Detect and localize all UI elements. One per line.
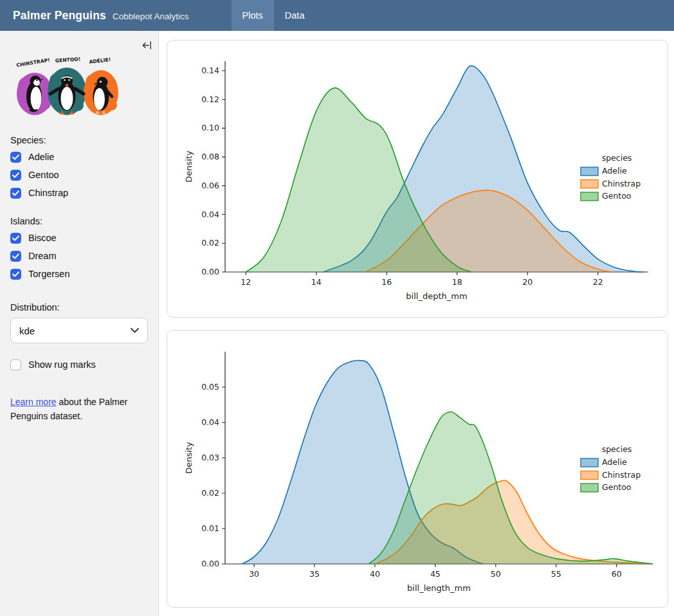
y-tick-label: 0.05 <box>201 382 219 392</box>
y-tick-label: 0.10 <box>201 123 219 132</box>
y-tick-label: 0.14 <box>201 66 219 75</box>
x-tick-label: 45 <box>430 569 441 579</box>
nav-tabs: Plots Data <box>232 0 316 31</box>
checkbox-icon[interactable] <box>10 188 21 199</box>
sidebar: CHINSTRAP! GENTOO! ADÉLIE! Species: Adel… <box>0 31 159 616</box>
legend-swatch-gentoo <box>581 192 598 201</box>
x-tick-label: 18 <box>452 277 462 287</box>
checkbox-island-dream[interactable]: Dream <box>10 247 148 265</box>
checkbox-icon[interactable] <box>10 233 21 244</box>
sidebar-collapse-icon[interactable] <box>141 40 152 51</box>
islands-section-label: Islands: <box>10 216 148 226</box>
tab-data[interactable]: Data <box>274 0 316 31</box>
checkbox-icon[interactable] <box>10 359 21 370</box>
x-axis-label: bill_depth_mm <box>406 291 467 301</box>
tab-data-label: Data <box>285 10 305 21</box>
checkbox-label: Torgersen <box>28 269 69 279</box>
x-tick-label: 35 <box>309 569 320 579</box>
footer-note: Learn more about the Palmer Penguins dat… <box>10 395 147 423</box>
legend-label-chinstrap: Chinstrap <box>602 179 641 188</box>
x-tick-label: 50 <box>491 569 501 579</box>
legend-swatch-chinstrap <box>581 471 598 479</box>
chart-svg: 1214161820220.000.020.040.060.080.100.12… <box>167 41 666 316</box>
x-tick-label: 60 <box>612 569 622 579</box>
y-tick-label: 0.00 <box>201 559 219 568</box>
x-tick-label: 12 <box>241 277 251 287</box>
tab-plots-label: Plots <box>242 10 263 21</box>
artwork-label-adelie: ADÉLIE! <box>89 56 111 65</box>
chart-svg: 303540455055600.000.010.020.030.040.05bi… <box>167 331 666 607</box>
tab-plots[interactable]: Plots <box>232 0 274 31</box>
y-axis-label: Density <box>184 150 194 183</box>
y-tick-label: 0.03 <box>201 453 219 462</box>
checkbox-label: Dream <box>28 251 57 261</box>
card-bill-depth: 1214161820220.000.020.040.060.080.100.12… <box>167 40 668 318</box>
chevron-down-icon <box>131 328 139 333</box>
x-tick-label: 14 <box>311 277 322 287</box>
main-content: 1214161820220.000.020.040.060.080.100.12… <box>159 31 674 616</box>
y-tick-label: 0.02 <box>201 488 219 498</box>
penguins-artwork: CHINSTRAP! GENTOO! ADÉLIE! <box>10 55 148 121</box>
x-tick-label: 20 <box>522 277 533 287</box>
app-brand: Palmer Penguins Cobblepot Analytics <box>0 9 202 23</box>
x-tick-label: 22 <box>593 277 603 287</box>
y-tick-label: 0.04 <box>201 417 219 427</box>
y-tick-label: 0.06 <box>201 181 219 190</box>
app-subtitle: Cobblepot Analytics <box>113 12 189 21</box>
checkbox-show-rug-marks[interactable]: Show rug marks <box>10 356 148 374</box>
legend-swatch-chinstrap <box>581 180 598 188</box>
y-tick-label: 0.02 <box>201 238 219 248</box>
x-tick-label: 55 <box>551 569 561 579</box>
card-bill-length: 303540455055600.000.010.020.030.040.05bi… <box>167 330 668 608</box>
distribution-select[interactable]: kde <box>10 318 148 343</box>
learn-more-link[interactable]: Learn more <box>10 397 57 407</box>
legend-title: species <box>602 153 632 163</box>
species-section-label: Species: <box>10 135 148 145</box>
x-axis-label: bill_length_mm <box>407 583 471 593</box>
y-tick-label: 0.08 <box>201 152 219 161</box>
checkbox-island-biscoe[interactable]: Biscoe <box>10 229 148 247</box>
checkbox-label: Chinstrap <box>28 188 68 198</box>
artwork-label-gentoo: GENTOO! <box>55 56 81 64</box>
checkbox-icon[interactable] <box>10 152 21 163</box>
legend-swatch-adelie <box>581 458 598 467</box>
y-tick-label: 0.01 <box>201 523 219 533</box>
artwork-label-chinstrap: CHINSTRAP! <box>16 57 50 68</box>
checkbox-label: Gentoo <box>28 170 59 180</box>
x-tick-label: 30 <box>249 569 259 579</box>
y-tick-label: 0.04 <box>201 210 219 219</box>
app-title: Palmer Penguins <box>13 9 106 23</box>
navbar: Palmer Penguins Cobblepot Analytics Plot… <box>0 0 674 31</box>
legend-label-chinstrap: Chinstrap <box>602 469 641 479</box>
legend-label-adelie: Adelie <box>602 457 627 467</box>
legend-swatch-adelie <box>581 167 598 176</box>
x-tick-label: 16 <box>381 277 392 287</box>
y-axis-label: Density <box>184 441 194 473</box>
checkbox-island-torgersen[interactable]: Torgersen <box>10 265 148 283</box>
checkbox-icon[interactable] <box>10 269 21 280</box>
checkbox-label: Show rug marks <box>28 359 96 370</box>
checkbox-label: Adelie <box>28 152 54 162</box>
checkbox-icon[interactable] <box>10 251 21 262</box>
page-layout: CHINSTRAP! GENTOO! ADÉLIE! Species: Adel… <box>0 31 674 616</box>
y-tick-label: 0.00 <box>201 267 219 276</box>
checkbox-icon[interactable] <box>10 170 21 181</box>
checkbox-species-chinstrap[interactable]: Chinstrap <box>10 184 148 202</box>
checkbox-label: Biscoe <box>28 233 57 243</box>
checkbox-species-gentoo[interactable]: Gentoo <box>10 166 148 184</box>
legend-label-adelie: Adelie <box>602 166 627 176</box>
legend-title: species <box>602 444 632 454</box>
legend-swatch-gentoo <box>581 484 598 492</box>
distribution-section-label: Distribution: <box>10 302 148 313</box>
density-plot-bill-depth: 1214161820220.000.020.040.060.080.100.12… <box>167 41 668 318</box>
y-tick-label: 0.12 <box>201 95 219 104</box>
distribution-select-value: kde <box>19 325 35 336</box>
checkbox-species-adelie[interactable]: Adelie <box>10 148 148 166</box>
x-tick-label: 40 <box>370 569 380 579</box>
legend-label-gentoo: Gentoo <box>602 482 632 492</box>
density-plot-bill-length: 303540455055600.000.010.020.030.040.05bi… <box>167 331 668 608</box>
legend-label-gentoo: Gentoo <box>602 191 632 201</box>
